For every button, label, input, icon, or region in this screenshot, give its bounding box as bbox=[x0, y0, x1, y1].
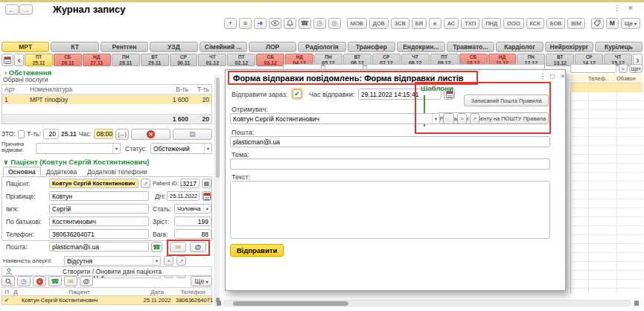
call-list-more-button[interactable]: Ще▾ bbox=[629, 64, 643, 73]
quick-action-button[interactable]: ДОВ bbox=[369, 18, 389, 29]
send-email-at-button[interactable]: @ bbox=[190, 242, 206, 252]
notifications-button[interactable] bbox=[284, 18, 296, 29]
call-list-phone-button[interactable]: ☎ bbox=[48, 276, 62, 286]
quick-action-button[interactable]: ЗСВ bbox=[391, 18, 409, 29]
patient-name-input[interactable]: Ковтун Сергій Костянтинович bbox=[49, 179, 138, 188]
refuse-reason-combo[interactable]: ▾ bbox=[36, 143, 121, 154]
forward-button[interactable]: → bbox=[19, 4, 33, 15]
back-button[interactable]: ← bbox=[5, 4, 19, 15]
patient-id-input[interactable]: 13217 bbox=[180, 179, 200, 188]
patient-list-more-button[interactable]: Ще ▾ bbox=[191, 276, 212, 286]
scrollbar-thumb[interactable] bbox=[216, 77, 220, 178]
patient-tab[interactable]: Основна bbox=[3, 167, 41, 176]
dob-input[interactable]: 25.11.2022 bbox=[167, 191, 200, 201]
date-cell[interactable]: ЧТ 01.12 bbox=[198, 54, 226, 66]
firstname-input[interactable]: Сергій bbox=[49, 204, 149, 214]
send-mail-button[interactable]: ✉ bbox=[170, 242, 186, 252]
go-button[interactable]: ➜ bbox=[254, 18, 267, 29]
call-list-table[interactable] bbox=[570, 74, 643, 294]
open-patient-button[interactable]: ↗ bbox=[141, 179, 150, 188]
email-list-button[interactable]: @ bbox=[80, 276, 93, 286]
allergy-open-button[interactable]: ↗ bbox=[176, 256, 186, 266]
prev-dates-button[interactable]: ‹ bbox=[14, 54, 24, 66]
interval-button[interactable]: (↔) bbox=[115, 129, 129, 140]
qr-button[interactable]: ▦ bbox=[202, 179, 211, 188]
weight-input[interactable]: 88 bbox=[174, 229, 211, 239]
dialog-maximize-icon[interactable]: □ bbox=[550, 73, 555, 80]
record-call-button[interactable]: ● bbox=[33, 276, 46, 286]
quick-action-button[interactable]: БОВ bbox=[546, 18, 566, 29]
quick-action-button[interactable]: АС bbox=[444, 18, 459, 29]
height-input[interactable]: 199 bbox=[174, 217, 211, 226]
zto-checkbox[interactable] bbox=[18, 130, 25, 138]
booking-doc-button[interactable]: ▤ bbox=[173, 129, 212, 140]
dialog-close-icon[interactable]: × bbox=[561, 73, 565, 80]
service-row[interactable]: 1 МРТ гіпофізу 1 600 20 bbox=[2, 94, 211, 104]
patient-table-row[interactable]: ✔ Ковтун Сергій Костянтинович 25.11.2022… bbox=[1, 296, 212, 305]
cabinet-tab[interactable]: Сімейний ... bbox=[200, 42, 247, 52]
call-patient-button[interactable]: ☎ bbox=[151, 242, 162, 252]
bottom-scrollbar[interactable] bbox=[223, 300, 631, 307]
quick-action-button[interactable]: ТХП bbox=[461, 18, 479, 29]
patronymic-input[interactable]: Костянтинович bbox=[49, 217, 149, 226]
quick-action-button[interactable]: МОВ bbox=[347, 18, 367, 29]
cabinet-tab[interactable]: Нейрохірург bbox=[545, 42, 593, 52]
recipient-open-button[interactable]: ↗ bbox=[470, 113, 479, 124]
cabinet-tab[interactable]: Кардіолог bbox=[496, 42, 543, 52]
time-input[interactable]: 08:00 bbox=[94, 129, 113, 139]
recipient-select-button[interactable]: … bbox=[443, 113, 454, 124]
dialog-email-input[interactable]: plasticman@i.ua bbox=[230, 136, 550, 147]
call-list-filter-input[interactable] bbox=[570, 64, 616, 73]
window-menu-icon[interactable]: ⋮ bbox=[613, 4, 621, 12]
phone-input[interactable]: 380636264071 bbox=[49, 229, 149, 239]
quick-action-button[interactable]: ВІМ bbox=[567, 18, 584, 29]
tth-input[interactable]: 20 bbox=[43, 129, 59, 139]
history-button[interactable]: ◷ bbox=[313, 18, 326, 29]
cabinet-tab[interactable]: Радіологія bbox=[298, 42, 345, 52]
email-input[interactable]: plasticman@i.ua bbox=[49, 242, 149, 251]
call-list-clear-button[interactable]: × bbox=[619, 64, 628, 73]
calendar-picker-button[interactable] bbox=[1, 54, 13, 66]
date-cell[interactable]: СБ 03.12 bbox=[256, 54, 284, 66]
m-button[interactable]: М bbox=[606, 18, 619, 29]
search-patient-button[interactable] bbox=[1, 276, 15, 286]
view-button[interactable] bbox=[269, 18, 281, 29]
window-close-icon[interactable]: ✕ bbox=[628, 4, 634, 12]
dialog-menu-icon[interactable]: ⋮ bbox=[539, 73, 546, 80]
quick-action-button[interactable]: е bbox=[429, 18, 441, 29]
quick-action-button[interactable]: ООО bbox=[503, 18, 524, 29]
scrollbar-thumb[interactable] bbox=[233, 301, 348, 306]
add-button[interactable]: + bbox=[224, 18, 237, 29]
patient-tab[interactable]: Додаткові телефони bbox=[82, 167, 152, 176]
date-cell[interactable]: ВТ 29.11 bbox=[141, 54, 169, 66]
call-list-selected-row[interactable] bbox=[570, 83, 643, 92]
date-cell[interactable]: СБ 26.11 bbox=[54, 54, 82, 66]
allergy-clear-button[interactable]: × bbox=[164, 256, 173, 266]
recipient-clear-button[interactable]: × bbox=[457, 113, 467, 124]
lastname-input[interactable]: Ковтун bbox=[49, 191, 149, 201]
quick-action-button[interactable]: ПНД bbox=[482, 18, 501, 29]
gender-combo[interactable]: Чоловіча▾ bbox=[174, 204, 211, 214]
send-button[interactable]: Відправити bbox=[230, 244, 284, 257]
template-button-1[interactable]: Записаний Пошта Правила bbox=[464, 94, 549, 106]
subject-input[interactable] bbox=[230, 158, 550, 170]
date-cell[interactable]: ПТ 25.11 bbox=[25, 54, 53, 66]
cabinet-tab[interactable]: Трансфер bbox=[348, 42, 395, 52]
allergy-combo[interactable]: Відсутня▾ bbox=[64, 256, 161, 266]
tag-button[interactable] bbox=[591, 18, 604, 29]
create-update-patient-button[interactable]: Створити / Оновити дані пацієнта bbox=[1, 266, 212, 276]
call-button[interactable]: ☎ bbox=[299, 18, 311, 29]
target-button[interactable]: ◎ bbox=[328, 18, 341, 29]
status-combo[interactable]: Обстежений▾ bbox=[150, 143, 212, 154]
toolbar-more-button[interactable]: Ще ▾ bbox=[621, 18, 640, 29]
cabinet-tab[interactable]: Рентген bbox=[101, 42, 148, 52]
cabinet-tab[interactable]: Ендокрин... bbox=[397, 42, 444, 52]
date-cell[interactable]: ПН 28.11 bbox=[112, 54, 140, 66]
patient-tab[interactable]: Додаткова bbox=[41, 167, 82, 176]
date-cell[interactable]: ПТ 02.12 bbox=[227, 54, 255, 66]
quick-action-button[interactable]: БЯ bbox=[412, 18, 427, 29]
cabinet-tab[interactable]: Травмато... bbox=[447, 42, 494, 52]
cabinet-tab[interactable]: КТ bbox=[51, 42, 98, 52]
hscroll-left-cap[interactable] bbox=[217, 301, 221, 306]
list-button[interactable]: ≡ bbox=[239, 18, 252, 29]
